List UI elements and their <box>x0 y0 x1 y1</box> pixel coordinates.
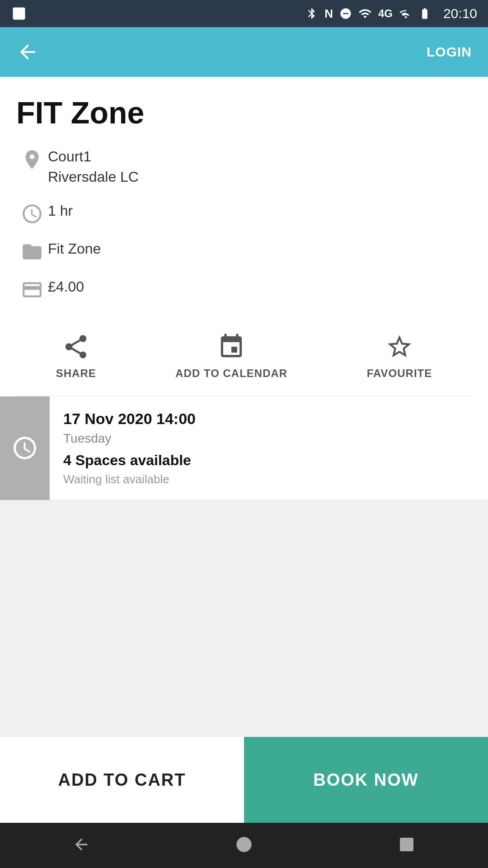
main-content: FIT Zone Court1 Riversdale LC <box>0 77 488 396</box>
favourite-label: FAVOURITE <box>367 367 432 380</box>
location-row: Court1 Riversdale LC <box>16 146 472 187</box>
signal-icon <box>399 8 411 19</box>
price-text: £4.00 <box>48 277 84 297</box>
category-row: Fit Zone <box>16 239 472 263</box>
booking-datetime: 17 Nov 2020 14:00 <box>63 410 196 428</box>
back-button[interactable] <box>16 41 39 63</box>
wifi-icon <box>358 7 372 20</box>
clock-icon <box>16 203 48 225</box>
price-row: £4.00 <box>16 277 472 301</box>
add-to-calendar-button[interactable]: ADD TO CALENDAR <box>175 333 287 380</box>
booking-waitlist: Waiting list available <box>63 472 196 486</box>
favourite-button[interactable]: FAVOURITE <box>367 333 432 380</box>
book-now-button[interactable]: BOOK NOW <box>244 737 488 823</box>
svg-point-0 <box>237 838 251 851</box>
battery-icon <box>417 7 432 20</box>
svg-rect-1 <box>401 839 413 851</box>
android-recents-button[interactable] <box>398 835 416 855</box>
booking-slot: 17 Nov 2020 14:00 Tuesday 4 Spaces avail… <box>0 396 488 500</box>
android-home-button[interactable] <box>235 835 253 855</box>
duration-text: 1 hr <box>48 201 73 221</box>
location-text: Court1 Riversdale LC <box>48 146 139 187</box>
action-row: SHARE ADD TO CALENDAR FAVOURITE <box>16 315 472 396</box>
booking-spaces: 4 Spaces available <box>63 452 196 469</box>
booking-slot-info: 17 Nov 2020 14:00 Tuesday 4 Spaces avail… <box>50 396 209 500</box>
duration-row: 1 hr <box>16 201 472 225</box>
top-nav: LOGIN <box>0 27 488 77</box>
calendar-label: ADD TO CALENDAR <box>175 367 287 380</box>
category-text: Fit Zone <box>48 239 101 259</box>
booking-day: Tuesday <box>63 431 196 446</box>
nfc-icon: N <box>324 7 333 21</box>
status-bar: N 4G 20:10 <box>0 0 488 27</box>
android-nav-bar <box>0 823 488 868</box>
android-back-button[interactable] <box>72 835 90 855</box>
venue-title: FIT Zone <box>16 95 472 130</box>
add-to-cart-button[interactable]: ADD TO CART <box>0 737 244 823</box>
slot-clock-icon <box>0 396 50 500</box>
bottom-bar: ADD TO CART BOOK NOW <box>0 737 488 823</box>
folder-icon <box>16 241 48 263</box>
photo-icon <box>11 5 27 22</box>
4g-icon: 4G <box>378 7 393 20</box>
share-label: SHARE <box>56 367 96 380</box>
share-button[interactable]: SHARE <box>56 333 96 380</box>
money-icon <box>16 278 48 301</box>
bluetooth-icon <box>305 7 318 20</box>
minus-circle-icon <box>339 7 352 20</box>
location-icon <box>16 148 48 171</box>
login-button[interactable]: LOGIN <box>427 44 472 60</box>
status-time: 20:10 <box>443 6 477 21</box>
